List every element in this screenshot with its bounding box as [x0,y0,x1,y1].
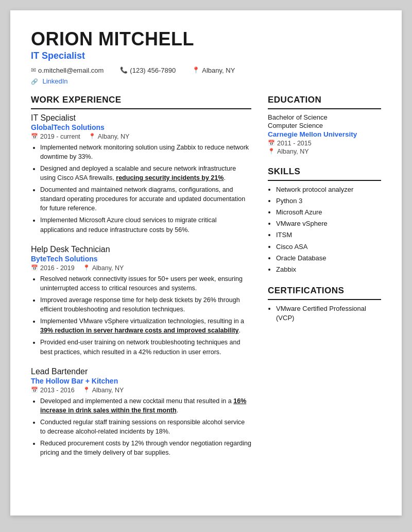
phone-text: (123) 456-7890 [130,66,176,74]
skill-6: Oracle Database [276,254,381,263]
bullet-1-1: Improved average response time for help … [40,295,251,314]
location-0: 📍 Albany, NY [89,133,130,140]
certifications-heading: CERTIFICATIONS [268,286,381,296]
location-2: 📍 Albany, NY [83,387,124,394]
skill-2: Microsoft Azure [276,208,381,217]
period-text-0: 2019 - current [40,133,80,140]
edu-field: Computer Science [268,122,381,129]
phone-icon: 📞 [120,66,128,74]
bullet-0-0: Implemented network monitoring solution … [40,143,251,161]
location-text-2: Albany, NY [92,387,124,394]
skills-divider [268,180,381,181]
bullet-2-1: Conducted regular staff training session… [40,418,251,436]
skills-section: SKILLS Network protocol analyzer Python … [268,167,381,275]
calendar-icon-2: 📅 [31,387,38,393]
resume-page: ORION MITCHELL IT Specialist ✉ o.mitchel… [10,10,402,516]
bullet-0-2: Documented and maintained network diagra… [40,185,251,213]
highlight-0-1: reducing security incidents by 21% [116,174,224,181]
job-title-2: Lead Bartender [31,367,251,376]
edu-location-text: Albany, NY [277,148,309,155]
loc-icon-2: 📍 [83,387,90,393]
skill-1: Python 3 [276,196,381,206]
linkedin-icon: 🔗 [31,78,38,85]
education-divider [268,108,381,109]
edu-degree: Bachelor of Science [268,113,381,121]
loc-icon-0: 📍 [89,133,96,140]
location-text-1: Albany, NY [92,264,124,272]
left-column: WORK EXPERIENCE IT Specialist GlobalTech… [31,95,251,468]
candidate-title: IT Specialist [31,51,381,61]
period-2: 📅 2013 - 2016 [31,387,75,394]
period-text-1: 2016 - 2019 [40,264,75,272]
email-text: o.mitchell@email.com [38,66,104,74]
skill-3: VMware vSphere [276,219,381,228]
job-block-2: Lead Bartender The Hollow Bar + Kitchen … [31,367,251,458]
location-item: 📍 Albany, NY [192,66,235,74]
loc-icon-1: 📍 [83,264,90,271]
candidate-name: ORION MITCHELL [31,29,381,49]
calendar-icon-1: 📅 [31,264,38,271]
edu-location: 📍 Albany, NY [268,148,381,155]
job-block-0: IT Specialist GlobalTech Solutions 📅 201… [31,113,251,235]
company-name-0: GlobalTech Solutions [31,123,251,131]
skill-7: Zabbix [276,265,381,274]
work-experience-heading: WORK EXPERIENCE [31,95,251,105]
job-meta-2: 📅 2013 - 2016 📍 Albany, NY [31,387,251,394]
location-1: 📍 Albany, NY [83,264,124,272]
job-bullets-1: Resolved network connectivity issues for… [31,274,251,357]
bullet-0-1: Designed and deployed a scalable and sec… [40,164,251,182]
edu-university: Carnegie Mellon University [268,130,381,138]
email-item: ✉ o.mitchell@email.com [31,66,104,74]
header-section: ORION MITCHELL IT Specialist ✉ o.mitchel… [31,29,381,86]
bullet-0-3: Implemented Microsoft Azure cloud servic… [40,215,251,234]
contact-row: ✉ o.mitchell@email.com 📞 (123) 456-7890 … [31,66,381,74]
calendar-icon-0: 📅 [31,133,38,140]
edu-calendar-icon: 📅 [268,140,275,146]
skill-4: ITSM [276,230,381,240]
company-name-2: The Hollow Bar + Kitchen [31,377,251,385]
skill-0: Network protocol analyzer [276,185,381,194]
edu-period: 📅 2011 - 2015 [268,140,381,147]
bullet-2-0: Developed and implemented a new cocktail… [40,396,251,415]
bullet-2-2: Reduced procurement costs by 12% through… [40,439,251,457]
skills-list: Network protocol analyzer Python 3 Micro… [268,185,381,275]
job-bullets-0: Implemented network monitoring solution … [31,143,251,235]
certifications-section: CERTIFICATIONS VMware Certified Professi… [268,286,381,323]
period-1: 📅 2016 - 2019 [31,264,75,272]
location-icon: 📍 [192,66,200,74]
skills-heading: SKILLS [268,167,381,177]
bullet-1-0: Resolved network connectivity issues for… [40,274,251,293]
main-layout: WORK EXPERIENCE IT Specialist GlobalTech… [31,95,381,468]
job-title-1: Help Desk Technician [31,245,251,254]
linkedin-row: 🔗 LinkedIn [31,76,381,86]
bullet-1-3: Provided end-user training on network tr… [40,338,251,356]
linkedin-link[interactable]: LinkedIn [42,77,67,85]
cert-0: VMware Certified Professional (VCP) [276,304,381,323]
email-icon: ✉ [31,66,36,74]
period-0: 📅 2019 - current [31,133,80,140]
certifications-divider [268,299,381,300]
skill-5: Cisco ASA [276,242,381,252]
highlight-2-0: 16% increase in drink sales within the f… [40,397,246,414]
job-bullets-2: Developed and implemented a new cocktail… [31,396,251,458]
cert-list: VMware Certified Professional (VCP) [268,304,381,323]
location-text: Albany, NY [202,66,235,74]
edu-period-text: 2011 - 2015 [277,140,312,147]
phone-item: 📞 (123) 456-7890 [120,66,176,74]
job-meta-0: 📅 2019 - current 📍 Albany, NY [31,133,251,140]
right-column: EDUCATION Bachelor of Science Computer S… [268,95,381,468]
period-text-2: 2013 - 2016 [40,387,75,394]
company-name-1: ByteTech Solutions [31,255,251,263]
job-title-0: IT Specialist [31,113,251,123]
highlight-1-2: 39% reduction in server hardware costs a… [40,327,239,334]
education-heading: EDUCATION [268,95,381,105]
job-meta-1: 📅 2016 - 2019 📍 Albany, NY [31,264,251,272]
edu-location-icon: 📍 [268,148,275,155]
location-text-0: Albany, NY [98,133,130,140]
work-experience-divider [31,108,251,109]
bullet-1-2: Implemented VMware vSphere virtualizatio… [40,317,251,335]
education-section: EDUCATION Bachelor of Science Computer S… [268,95,381,155]
job-block-1: Help Desk Technician ByteTech Solutions … [31,245,251,357]
